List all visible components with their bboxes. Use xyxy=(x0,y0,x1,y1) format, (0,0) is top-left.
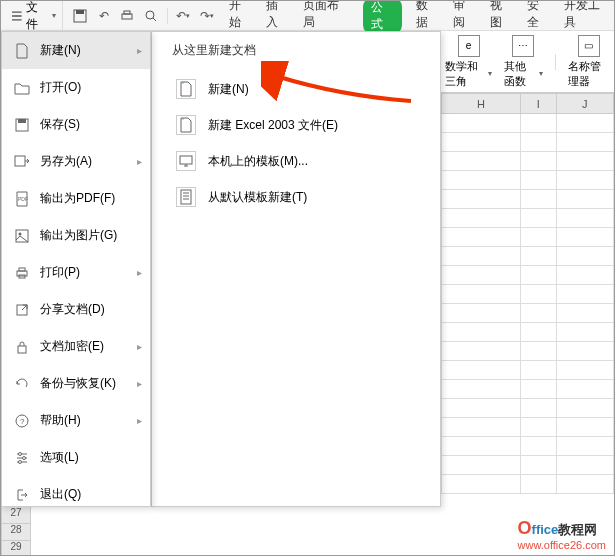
chevron-right-icon: ▸ xyxy=(137,415,142,426)
hamburger-icon xyxy=(11,10,23,22)
svg-rect-15 xyxy=(18,346,26,353)
menu-item-options[interactable]: 选项(L) xyxy=(2,439,150,476)
math-trig-button[interactable]: e 数学和三角▾ xyxy=(441,33,496,91)
tab-data[interactable]: 数据 xyxy=(416,0,439,35)
col-header[interactable]: I xyxy=(520,94,556,114)
svg-point-19 xyxy=(23,456,26,459)
file-label: 文件 xyxy=(26,0,49,33)
svg-rect-1 xyxy=(76,10,84,14)
watermark-brand: ffice xyxy=(532,522,559,537)
svg-point-10 xyxy=(19,232,22,235)
separator xyxy=(555,54,556,70)
ribbon-tabs: 开始 插入 页面布局 公式 数据 审阅 视图 安全 开发工具 xyxy=(229,0,610,35)
menu-item-image[interactable]: 输出为图片(G) xyxy=(2,217,150,254)
svg-text:PDF: PDF xyxy=(18,196,28,202)
new-submenu-panel: 从这里新建文档 * 新建(N) * 新建 Excel 2003 文件(E) 本机… xyxy=(151,31,441,507)
col-header[interactable]: H xyxy=(442,94,521,114)
menu-item-saveas[interactable]: 另存为(A) ▸ xyxy=(2,143,150,180)
tab-start[interactable]: 开始 xyxy=(229,0,252,35)
svg-rect-12 xyxy=(19,268,25,271)
image-icon xyxy=(14,228,30,244)
tab-insert[interactable]: 插入 xyxy=(266,0,289,35)
separator xyxy=(167,8,168,24)
svg-text:?: ? xyxy=(20,417,25,426)
backup-icon xyxy=(14,376,30,392)
submenu-title: 从这里新建文档 xyxy=(172,42,420,59)
chevron-right-icon: ▸ xyxy=(137,156,142,167)
svg-point-4 xyxy=(146,11,154,19)
chevron-down-icon: ▾ xyxy=(539,69,543,78)
save-icon[interactable] xyxy=(72,7,90,25)
sub-item-excel2003[interactable]: * 新建 Excel 2003 文件(E) xyxy=(172,107,420,143)
sub-item-new[interactable]: * 新建(N) xyxy=(172,71,420,107)
main-toolbar: 文件 ▾ ↶ ↶▾ ↷▾ 开始 插入 页面布局 公式 数据 审阅 视图 安全 开… xyxy=(1,1,614,31)
exit-icon xyxy=(14,487,30,503)
tab-view[interactable]: 视图 xyxy=(490,0,513,35)
chevron-down-icon: ▾ xyxy=(488,69,492,78)
menu-item-print[interactable]: 打印(P) ▸ xyxy=(2,254,150,291)
undo-dropdown-icon[interactable]: ↶▾ xyxy=(175,7,193,25)
template-icon xyxy=(176,187,196,207)
svg-text:*: * xyxy=(182,81,184,87)
tab-dev[interactable]: 开发工具 xyxy=(564,0,610,35)
saveas-icon xyxy=(14,154,30,170)
watermark-url: www.office26.com xyxy=(518,539,606,551)
share-icon xyxy=(14,302,30,318)
tab-formula[interactable]: 公式 xyxy=(363,0,402,35)
chevron-right-icon: ▸ xyxy=(137,267,142,278)
new-file-icon xyxy=(14,43,30,59)
chevron-down-icon: ▾ xyxy=(52,11,56,20)
tab-layout[interactable]: 页面布局 xyxy=(303,0,349,35)
spreadsheet-grid[interactable]: H I J xyxy=(441,93,614,503)
file-menu-panel: 新建(N) ▸ 打开(O) 保存(S) 另存为(A) ▸ PDF 输出为PDF(… xyxy=(1,31,151,507)
chevron-right-icon: ▸ xyxy=(137,341,142,352)
svg-rect-2 xyxy=(122,14,132,19)
computer-icon xyxy=(176,151,196,171)
menu-item-backup[interactable]: 备份与恢复(K) ▸ xyxy=(2,365,150,402)
options-icon xyxy=(14,450,30,466)
chevron-right-icon: ▸ xyxy=(137,378,142,389)
watermark-cn: 教程网 xyxy=(558,522,597,537)
pdf-icon: PDF xyxy=(14,191,30,207)
excel-file-icon: * xyxy=(176,115,196,135)
chevron-right-icon: ▸ xyxy=(137,45,142,56)
help-icon: ? xyxy=(14,413,30,429)
watermark-logo-o: O xyxy=(518,518,532,538)
menu-item-exit[interactable]: 退出(Q) xyxy=(2,476,150,513)
undo-icon[interactable]: ↶ xyxy=(95,7,113,25)
menu-item-save[interactable]: 保存(S) xyxy=(2,106,150,143)
menu-item-encrypt[interactable]: 文档加密(E) ▸ xyxy=(2,328,150,365)
menu-item-new[interactable]: 新建(N) ▸ xyxy=(2,32,150,69)
tab-review[interactable]: 审阅 xyxy=(453,0,476,35)
lock-icon xyxy=(14,339,30,355)
svg-point-20 xyxy=(19,460,22,463)
menu-item-help[interactable]: ? 帮助(H) ▸ xyxy=(2,402,150,439)
print-icon[interactable] xyxy=(119,7,137,25)
name-manager-icon: ▭ xyxy=(578,35,600,57)
functions-icon: ⋯ xyxy=(512,35,534,57)
sub-item-default-template[interactable]: 从默认模板新建(T) xyxy=(172,179,420,215)
col-header[interactable]: J xyxy=(556,94,613,114)
svg-rect-6 xyxy=(18,119,26,123)
menu-item-share[interactable]: 分享文档(D) xyxy=(2,291,150,328)
print-icon xyxy=(14,265,30,281)
row-headers: 27 28 29 xyxy=(1,507,31,556)
row-header[interactable]: 28 xyxy=(1,524,31,541)
svg-rect-7 xyxy=(15,156,25,166)
redo-dropdown-icon[interactable]: ↷▾ xyxy=(198,7,216,25)
menu-item-pdf[interactable]: PDF 输出为PDF(F) xyxy=(2,180,150,217)
save-icon xyxy=(14,117,30,133)
svg-point-18 xyxy=(19,452,22,455)
folder-icon xyxy=(14,80,30,96)
name-manager-button[interactable]: ▭ 名称管理器 xyxy=(564,33,614,91)
math-icon: e xyxy=(458,35,480,57)
row-header[interactable]: 29 xyxy=(1,541,31,556)
menu-item-open[interactable]: 打开(O) xyxy=(2,69,150,106)
sub-item-local-template[interactable]: 本机上的模板(M)... xyxy=(172,143,420,179)
svg-rect-3 xyxy=(124,11,130,14)
svg-text:*: * xyxy=(182,117,184,123)
preview-icon[interactable] xyxy=(142,7,160,25)
tab-security[interactable]: 安全 xyxy=(527,0,550,35)
new-blank-icon: * xyxy=(176,79,196,99)
other-functions-button[interactable]: ⋯ 其他函数▾ xyxy=(500,33,547,91)
